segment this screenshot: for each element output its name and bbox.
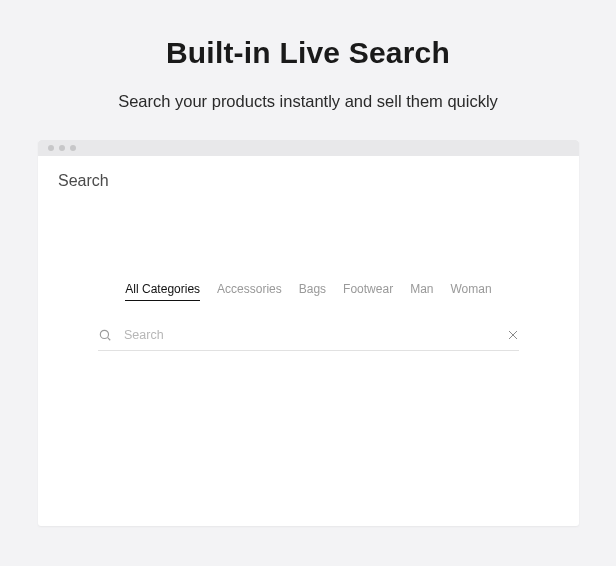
browser-window: Search All Categories Accessories Bags F… [38, 140, 579, 526]
tab-bags[interactable]: Bags [299, 282, 326, 301]
clear-icon[interactable] [507, 329, 519, 341]
tab-accessories[interactable]: Accessories [217, 282, 282, 301]
tab-man[interactable]: Man [410, 282, 433, 301]
search-row [98, 322, 519, 351]
window-dot-close[interactable] [48, 145, 54, 151]
svg-point-0 [100, 330, 108, 338]
search-input[interactable] [124, 328, 507, 342]
window-dot-zoom[interactable] [70, 145, 76, 151]
svg-line-1 [108, 338, 111, 341]
category-tabs: All Categories Accessories Bags Footwear… [38, 282, 579, 301]
tab-woman[interactable]: Woman [450, 282, 491, 301]
page-title: Search [58, 172, 109, 190]
search-icon [98, 328, 112, 342]
window-titlebar [38, 140, 579, 156]
tab-footwear[interactable]: Footwear [343, 282, 393, 301]
hero-subtitle: Search your products instantly and sell … [0, 92, 616, 111]
tab-all-categories[interactable]: All Categories [125, 282, 200, 301]
hero-title: Built-in Live Search [0, 0, 616, 70]
window-dot-minimize[interactable] [59, 145, 65, 151]
